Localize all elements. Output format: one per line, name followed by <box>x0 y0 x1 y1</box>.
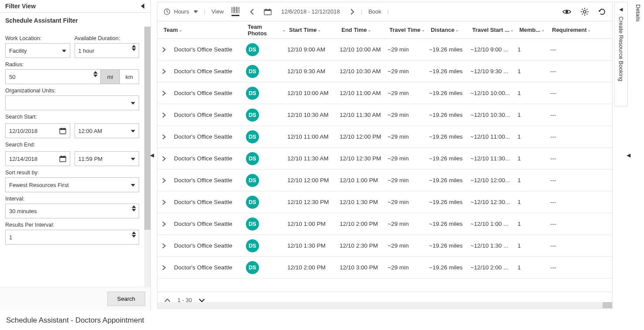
prev-button[interactable] <box>250 9 254 15</box>
work-location-select[interactable]: Facility <box>5 43 70 58</box>
calendar-icon[interactable] <box>59 155 66 162</box>
grid-view-button[interactable] <box>232 7 239 16</box>
radius-unit-km[interactable]: km <box>120 69 139 84</box>
col-photos[interactable]: Team Photos⌄ <box>246 24 287 37</box>
table-row[interactable]: Doctor's Office Seattle DS 12/10 11:30 A… <box>157 148 612 170</box>
cell-end: 12/10 12:30 PM <box>340 155 388 162</box>
expand-row-icon[interactable] <box>162 156 174 162</box>
expand-row-icon[interactable] <box>162 112 174 118</box>
expand-row-icon[interactable] <box>162 243 174 249</box>
cell-end: 12/10 1:30 PM <box>340 199 388 205</box>
table-row[interactable]: Doctor's Office Seattle DS 12/10 1:00 PM… <box>157 213 612 235</box>
table-row[interactable]: Doctor's Office Seattle DS 12/10 11:00 A… <box>157 126 612 148</box>
org-units-select[interactable] <box>5 95 139 110</box>
cell-start: 12/10 10:00 AM <box>287 90 340 96</box>
col-travel[interactable]: Travel Time⌄ <box>388 27 429 33</box>
available-duration-input[interactable]: 1 hour <box>75 43 140 58</box>
search-end-time[interactable]: 11:59 PM <box>75 151 140 166</box>
cell-start: 12/10 2:00 PM <box>287 264 340 271</box>
col-travel-start[interactable]: Travel Start ...⌄ <box>470 27 518 33</box>
hours-label: Hours <box>174 8 189 15</box>
cell-travel-start: ~12/10 12:00... <box>470 177 518 184</box>
cell-end: 12/10 11:30 AM <box>340 112 388 118</box>
book-button[interactable]: Book <box>368 8 382 15</box>
search-button[interactable]: Search <box>107 292 145 306</box>
radius-input[interactable]: 50 <box>5 69 101 84</box>
cell-distance: ~19.26 miles <box>429 133 470 140</box>
table-row[interactable]: Doctor's Office Seattle DS 12/10 10:30 A… <box>157 104 612 126</box>
filter-panel: Filter View Schedule Assistant Filter Wo… <box>0 0 151 310</box>
search-end-label: Search End: <box>5 142 139 148</box>
cell-travel-start: ~12/10 11:00... <box>470 133 518 140</box>
results-per-interval-value: 1 <box>9 234 12 241</box>
svg-rect-11 <box>232 7 239 13</box>
interval-input[interactable]: 30 minutes <box>5 204 139 218</box>
radius-unit-mi[interactable]: mi <box>101 69 120 84</box>
sort-by-select[interactable]: Fewest Resources First <box>5 177 139 192</box>
expand-row-icon[interactable] <box>162 265 174 271</box>
table-row[interactable]: Doctor's Office Seattle DS 12/10 2:00 PM… <box>157 257 612 279</box>
cell-travel-start: ~12/10 12:30... <box>470 199 518 205</box>
cell-members: 1 <box>518 90 550 96</box>
search-end-date[interactable]: 12/14/2018 <box>5 151 70 166</box>
cell-members: 1 <box>518 177 550 184</box>
calendar-icon[interactable] <box>59 127 66 134</box>
details-panel-collapsed[interactable]: Details <box>632 0 644 310</box>
table-row[interactable]: Doctor's Office Seattle DS 12/10 10:00 A… <box>157 82 612 104</box>
clock-icon <box>164 8 170 15</box>
expand-row-icon[interactable] <box>162 134 174 140</box>
col-distance[interactable]: Distance⌄ <box>429 27 470 33</box>
col-members[interactable]: Memb...⌄ <box>518 27 550 33</box>
pager-up-icon[interactable] <box>164 298 170 303</box>
board-h-scrollbar-thumb[interactable] <box>603 302 612 308</box>
table-row[interactable]: Doctor's Office Seattle DS 12/10 9:00 AM… <box>157 39 612 61</box>
collapse-left-icon[interactable] <box>141 3 145 9</box>
expand-row-icon[interactable] <box>162 68 174 75</box>
filter-scrollbar-thumb[interactable] <box>144 27 150 230</box>
cell-photo: DS <box>246 130 287 143</box>
svg-point-20 <box>566 10 568 13</box>
cell-photo: DS <box>246 218 287 231</box>
refresh-icon[interactable] <box>598 8 606 16</box>
eye-icon[interactable] <box>562 9 571 15</box>
pager-down-icon[interactable] <box>199 298 205 303</box>
next-button[interactable] <box>350 9 354 15</box>
cell-requirement: --- <box>550 199 585 205</box>
panel-splitter-left[interactable]: ◀ <box>151 0 155 310</box>
col-team[interactable]: Team⌄ <box>162 27 246 33</box>
filter-scrollbar[interactable] <box>144 27 150 287</box>
table-row[interactable]: Doctor's Office Seattle DS 12/10 1:30 PM… <box>157 235 612 257</box>
col-requirement[interactable]: Requirement⌄ <box>550 27 594 33</box>
table-row[interactable]: Doctor's Office Seattle DS 12/10 12:00 P… <box>157 170 612 191</box>
expand-row-icon[interactable] <box>162 221 174 227</box>
table-row[interactable]: Doctor's Office Seattle DS 12/10 12:30 P… <box>157 191 612 213</box>
expand-row-icon[interactable] <box>162 90 174 96</box>
sort-by-label: Sort result by: <box>5 170 139 176</box>
org-units-label: Organizational Units: <box>5 88 139 94</box>
expand-row-icon[interactable] <box>162 199 174 205</box>
board-h-scrollbar[interactable] <box>157 302 612 308</box>
results-per-interval-input[interactable]: 1 <box>5 230 139 245</box>
cell-distance: ~19.26 miles <box>429 177 470 184</box>
search-start-time[interactable]: 12:00 AM <box>75 123 140 138</box>
panel-splitter-right[interactable]: ◀ <box>627 0 632 310</box>
cell-travel: ~29 min <box>388 46 429 53</box>
calendar-button[interactable] <box>264 8 272 15</box>
expand-row-icon[interactable] <box>162 47 174 53</box>
col-start[interactable]: Start Time⌄ <box>287 27 340 33</box>
create-booking-panel-collapsed[interactable]: ◀ Create Resource Booking <box>614 0 627 310</box>
cell-requirement: --- <box>550 46 585 53</box>
gear-icon[interactable] <box>581 8 589 16</box>
expand-row-icon[interactable] <box>162 177 174 184</box>
cell-distance: ~19.26 miles <box>429 46 470 53</box>
hours-dropdown[interactable]: Hours <box>174 8 198 15</box>
search-start-date-value: 12/10/2018 <box>9 128 37 134</box>
avatar: DS <box>246 109 259 122</box>
avatar: DS <box>246 130 259 143</box>
cell-distance: ~19.26 miles <box>429 242 470 249</box>
table-row[interactable]: Doctor's Office Seattle DS 12/10 9:30 AM… <box>157 61 612 82</box>
col-end[interactable]: End Time⌄ <box>340 27 388 33</box>
cell-team: Doctor's Office Seattle <box>174 155 246 162</box>
cell-requirement: --- <box>550 112 585 118</box>
search-start-date[interactable]: 12/10/2018 <box>5 123 70 138</box>
